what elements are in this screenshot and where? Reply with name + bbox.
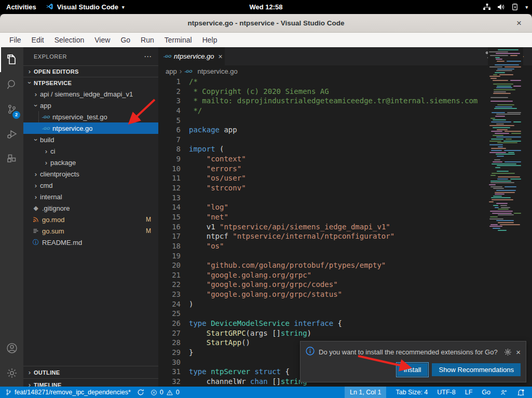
chevron-right-icon: › — [32, 193, 40, 201]
code-line[interactable]: 25 — [158, 309, 532, 319]
tree-item-package[interactable]: ›package — [23, 157, 158, 168]
tree-item-go-sum[interactable]: go.sumM — [23, 225, 158, 237]
tree-item-clientprojects[interactable]: ›clientprojects — [23, 168, 158, 180]
menu-run[interactable]: Run — [135, 34, 159, 46]
line-number: 20 — [158, 260, 181, 270]
timeline-section[interactable]: › TIMELINE — [23, 378, 158, 387]
language-mode-item[interactable]: Go — [482, 387, 490, 398]
indentation-item[interactable]: Tab Size: 4 — [395, 387, 428, 398]
code-line[interactable]: 2 * Copyright (c) 2020 Siemens AG — [158, 87, 532, 97]
git-branch-item[interactable]: feat/148271/remove_ipc_dependencies* — [5, 387, 131, 398]
code-line[interactable]: 9 "context" — [158, 154, 532, 164]
tree-item-readme-md[interactable]: ⓘREADME.md — [23, 237, 158, 248]
clock[interactable]: Wed 12:58 — [249, 3, 282, 11]
minimap[interactable] — [488, 47, 523, 387]
menu-help[interactable]: Help — [197, 34, 223, 46]
outline-section[interactable]: › OUTLINE — [23, 366, 158, 378]
code-line[interactable]: 1/* — [158, 77, 532, 87]
settings-gear-icon[interactable] — [0, 361, 23, 386]
tree-item--gitignore[interactable]: ◆.gitignore — [23, 202, 158, 214]
code-line[interactable]: 8import ( — [158, 144, 532, 154]
menu-edit[interactable]: Edit — [26, 34, 49, 46]
explorer-more-icon[interactable]: ⋯ — [144, 52, 152, 61]
code-line[interactable]: 17 ntpcf "ntpservice/internal/ntpconfigu… — [158, 231, 532, 241]
tab-ntpservice-go[interactable]: -GO ntpservice.go × — [158, 47, 225, 65]
code-line[interactable]: 26type DeviceModelService interface { — [158, 319, 532, 328]
open-editors-section[interactable]: › OPEN EDITORS — [23, 65, 158, 77]
notification-gear-icon[interactable] — [504, 348, 512, 356]
tab-close-icon[interactable]: × — [218, 52, 222, 61]
app-menu[interactable]: Visual Studio Code ▾ — [46, 3, 125, 12]
volume-icon[interactable] — [497, 4, 505, 10]
code-line[interactable]: 5 — [158, 116, 532, 126]
code-line[interactable]: 24) — [158, 299, 532, 309]
code-editor[interactable]: 1/*2 * Copyright (c) 2020 Siemens AG3 * … — [158, 77, 532, 387]
code-line[interactable]: 16 v1 "ntpservice/api/siemens_iedge_dmap… — [158, 222, 532, 232]
tree-item-ntpservice-go[interactable]: -GOntpservice.go — [23, 122, 158, 134]
feedback-icon[interactable] — [500, 387, 508, 398]
menu-selection[interactable]: Selection — [49, 34, 90, 46]
code-line[interactable]: 15 "net" — [158, 212, 532, 222]
code-line[interactable]: 6package app — [158, 125, 532, 135]
extensions-icon[interactable] — [0, 147, 23, 172]
code-line[interactable]: 21 "google.golang.org/grpc" — [158, 270, 532, 280]
code-line[interactable]: 10 "errors" — [158, 164, 532, 174]
code-line[interactable]: 7 — [158, 135, 532, 145]
code-line[interactable]: 13 — [158, 193, 532, 203]
window-titlebar[interactable]: ntpservice.go - ntpservice - Visual Stud… — [0, 14, 532, 33]
code-line[interactable]: 18 "os" — [158, 241, 532, 251]
file-tree: ›api / siemens_iedge_dmapi_v1›app-GOntps… — [23, 88, 158, 248]
tree-item-app[interactable]: ›app — [23, 100, 158, 111]
line-content: "os/user" — [189, 173, 246, 183]
battery-icon[interactable] — [511, 4, 519, 10]
code-line[interactable]: 19 — [158, 251, 532, 261]
line-number: 9 — [158, 154, 181, 164]
network-icon[interactable] — [483, 4, 491, 10]
install-button[interactable]: Install — [397, 363, 428, 376]
tree-item-internal[interactable]: ›internal — [23, 191, 158, 202]
code-line[interactable]: 12 "strconv" — [158, 183, 532, 193]
cursor-position-item[interactable]: Ln 1, Col 1 — [345, 387, 386, 398]
tree-item-go-mod[interactable]: go.modM — [23, 214, 158, 225]
workspace-root[interactable]: › NTPSERVICE — [23, 77, 158, 88]
account-icon[interactable] — [0, 336, 23, 361]
file-label: app — [40, 102, 51, 109]
search-icon[interactable] — [0, 72, 23, 97]
show-recommendations-button[interactable]: Show Recommendations — [432, 363, 521, 376]
line-content: */ — [189, 106, 202, 116]
tree-item-cmd[interactable]: ›cmd — [23, 180, 158, 191]
tree-item-build[interactable]: ›build — [23, 134, 158, 145]
window-close-button[interactable]: × — [513, 18, 525, 29]
code-line[interactable]: 11 "os/user" — [158, 173, 532, 183]
menu-go[interactable]: Go — [115, 34, 135, 46]
go-file-icon: -GO — [42, 115, 50, 119]
notification-close-icon[interactable]: × — [516, 348, 521, 356]
code-line[interactable]: 3 * mailto: dsprojindustrialedgeteamicee… — [158, 96, 532, 106]
encoding-item[interactable]: UTF-8 — [437, 387, 455, 398]
eol-item[interactable]: LF — [465, 387, 473, 398]
code-line[interactable]: 27 StartGRPC(args []string) — [158, 328, 532, 338]
problems-item[interactable]: 0 0 — [151, 387, 180, 398]
source-control-icon[interactable]: 2 — [0, 97, 23, 122]
tree-item-api-siemens-iedge-dmapi-v1[interactable]: ›api / siemens_iedge_dmapi_v1 — [23, 88, 158, 100]
tree-item-ci[interactable]: ›ci — [23, 145, 158, 157]
system-menu-caret-icon[interactable]: ▾ — [525, 5, 528, 10]
line-content: } — [189, 348, 193, 358]
menu-terminal[interactable]: Terminal — [159, 34, 197, 46]
menu-file[interactable]: File — [4, 34, 26, 46]
sync-icon[interactable] — [137, 387, 144, 398]
notifications-bell-icon[interactable] — [517, 387, 525, 398]
code-line[interactable]: 23 "google.golang.org/grpc/status" — [158, 290, 532, 299]
line-content: "context" — [189, 154, 246, 164]
run-debug-icon[interactable] — [0, 122, 23, 147]
tree-item-ntpservice-test-go[interactable]: -GOntpservice_test.go — [23, 111, 158, 122]
breadcrumb[interactable]: app › -GO ntpservice.go — [158, 65, 532, 77]
menu-view[interactable]: View — [89, 34, 115, 46]
code-line[interactable]: 22 "google.golang.org/grpc/codes" — [158, 280, 532, 290]
code-line[interactable]: 4 */ — [158, 106, 532, 116]
code-line[interactable]: 14 "log" — [158, 202, 532, 212]
modified-badge: M — [146, 216, 151, 223]
code-line[interactable]: 20 "github.com/golang/protobuf/ptypes/em… — [158, 260, 532, 270]
activities-button[interactable]: Activities — [6, 3, 36, 11]
explorer-icon[interactable] — [0, 47, 23, 72]
